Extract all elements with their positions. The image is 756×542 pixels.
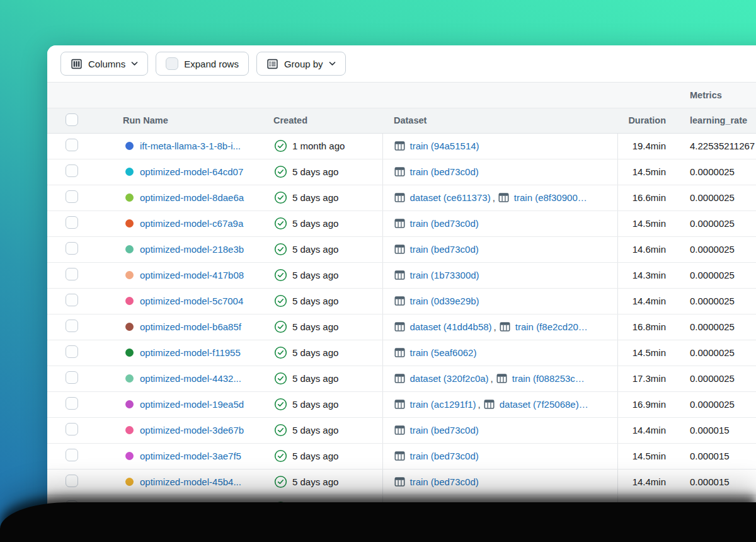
created-cell: 5 days ago: [267, 314, 382, 340]
row-checkbox[interactable]: [66, 268, 78, 280]
run-name-link[interactable]: optimized-model-64cd07: [140, 166, 243, 177]
dataset-link[interactable]: train (94a51514): [410, 141, 479, 151]
table-row: optimized-model-5c70045 days agotrain (0…: [47, 288, 756, 314]
duration-cell: 17.3min: [617, 366, 671, 391]
learning-rate-cell: 0.0000025: [671, 366, 756, 391]
created-cell: 5 days ago: [267, 391, 382, 417]
run-name-link[interactable]: optimized-model-f11955: [140, 347, 241, 358]
learning-rate-cell: 0.0000025: [671, 314, 756, 340]
created-text: 5 days ago: [292, 321, 338, 332]
dataset-link[interactable]: train (bed73c0d): [410, 244, 479, 255]
row-select-cell: [47, 288, 117, 314]
dataset-link[interactable]: train (bed73c0d): [410, 476, 479, 487]
row-checkbox[interactable]: [66, 242, 78, 255]
run-color-dot: [125, 400, 134, 408]
run-name-link[interactable]: optimized-model-4432...: [140, 373, 241, 384]
dataset-link[interactable]: train (f8e2cd20…: [515, 321, 588, 332]
bottom-shadow: [0, 502, 756, 542]
dataset-link[interactable]: train (5eaf6062): [410, 347, 477, 358]
created-cell: 5 days ago: [267, 210, 382, 236]
table-row: optimized-model-3de67b5 days agotrain (b…: [47, 417, 756, 443]
run-name-cell: optimized-model-f11955: [117, 340, 267, 366]
col-header-run-name[interactable]: Run Name: [117, 108, 267, 133]
row-select-cell: [47, 185, 117, 210]
dataset-link[interactable]: train (bed73c0d): [410, 218, 479, 229]
dataset-link[interactable]: train (e8f30900…: [514, 192, 587, 203]
dataset-link[interactable]: train (bed73c0d): [410, 425, 479, 435]
check-circle-icon: [274, 449, 287, 463]
dataset-link[interactable]: train (bed73c0d): [410, 451, 479, 461]
expand-rows-button[interactable]: Expand rows: [156, 52, 249, 76]
col-header-duration[interactable]: Duration: [617, 108, 671, 133]
table-row: optimized-model-3ae7f55 days agotrain (b…: [47, 443, 756, 469]
duration-cell: 14.4min: [617, 288, 671, 314]
dataset-link[interactable]: train (1b73300d): [410, 270, 479, 280]
dataset-link[interactable]: dataset (320f2c0a): [410, 373, 489, 384]
dataset-cell: dataset (41dd4b58),train (f8e2cd20…: [382, 314, 617, 340]
run-name-link[interactable]: optimized-model-417b08: [140, 270, 244, 280]
learning-rate-cell: 0.000015: [671, 443, 756, 469]
run-name-link[interactable]: ift-meta-llama-3-1-8b-i...: [140, 141, 241, 151]
group-by-button[interactable]: Group by: [256, 52, 346, 76]
check-circle-icon: [274, 294, 287, 308]
dataset-link[interactable]: dataset (41dd4b58): [410, 321, 492, 332]
run-name-link[interactable]: optimized-model-c67a9a: [140, 218, 243, 229]
dataset-link[interactable]: train (0d39e29b): [410, 296, 479, 306]
row-checkbox[interactable]: [66, 294, 78, 306]
table-icon: [394, 166, 405, 177]
run-name-link[interactable]: optimized-model-19ea5d: [140, 399, 244, 410]
table-row: optimized-model-417b085 days agotrain (1…: [47, 262, 756, 288]
dataset-cell: train (1b73300d): [382, 262, 617, 288]
columns-button[interactable]: Columns: [60, 52, 148, 76]
check-circle-icon: [274, 320, 287, 333]
run-name-cell: optimized-model-4432...: [117, 366, 267, 391]
row-checkbox[interactable]: [66, 371, 78, 384]
row-checkbox[interactable]: [66, 139, 78, 151]
run-color-dot: [125, 426, 134, 434]
row-checkbox[interactable]: [66, 423, 78, 435]
dataset-link[interactable]: train (bed73c0d): [410, 166, 479, 177]
row-checkbox[interactable]: [66, 164, 78, 177]
row-checkbox[interactable]: [66, 345, 78, 358]
chevron-down-icon: [131, 61, 138, 66]
chevron-down-icon: [329, 61, 336, 66]
select-all-checkbox[interactable]: [66, 113, 78, 126]
group-by-icon: [266, 58, 278, 70]
run-color-dot: [125, 323, 134, 331]
duration-cell: 19.4min: [617, 133, 671, 159]
dataset-link[interactable]: dataset (ce611373): [410, 192, 491, 203]
col-header-learning-rate[interactable]: learning_rate: [671, 108, 756, 133]
created-text: 5 days ago: [292, 399, 338, 410]
row-checkbox[interactable]: [66, 320, 78, 332]
run-name-link[interactable]: optimized-model-b6a85f: [140, 321, 241, 332]
expand-rows-checkbox[interactable]: [166, 57, 178, 70]
dataset-link[interactable]: train (ac1291f1): [410, 399, 476, 410]
run-name-link[interactable]: optimized-model-45b4...: [140, 476, 241, 487]
dataset-link[interactable]: dataset (7f25068e)…: [500, 399, 588, 410]
run-name-link[interactable]: optimized-model-8dae6a: [140, 192, 244, 203]
created-text: 5 days ago: [292, 373, 338, 384]
row-checkbox[interactable]: [66, 216, 78, 229]
dataset-cell: train (94a51514): [382, 133, 617, 159]
table-row: optimized-model-45b4...5 days agotrain (…: [47, 469, 756, 495]
dataset-link[interactable]: train (f088253c…: [512, 373, 585, 384]
run-name-link[interactable]: optimized-model-5c7004: [140, 296, 243, 306]
row-checkbox[interactable]: [66, 449, 78, 461]
run-color-dot: [125, 245, 134, 253]
row-checkbox[interactable]: [66, 190, 78, 203]
col-header-dataset[interactable]: Dataset: [382, 108, 617, 133]
row-checkbox[interactable]: [66, 475, 78, 487]
row-select-cell: [47, 133, 117, 159]
row-checkbox[interactable]: [66, 397, 78, 410]
app-background: { "toolbar": { "columns_label": "Columns…: [0, 0, 756, 542]
run-name-link[interactable]: optimized-model-3de67b: [140, 425, 244, 435]
col-header-created[interactable]: Created: [267, 108, 382, 133]
run-name-link[interactable]: optimized-model-218e3b: [140, 244, 244, 255]
created-cell: 5 days ago: [267, 288, 382, 314]
run-name-link[interactable]: optimized-model-3ae7f5: [140, 451, 241, 461]
run-color-dot: [125, 271, 134, 279]
duration-cell: 16.6min: [617, 185, 671, 210]
learning-rate-cell: 4.22535211267: [671, 133, 756, 159]
learning-rate-cell: 0.0000025: [671, 288, 756, 314]
toolbar: Columns Expand rows Group by: [47, 45, 756, 83]
